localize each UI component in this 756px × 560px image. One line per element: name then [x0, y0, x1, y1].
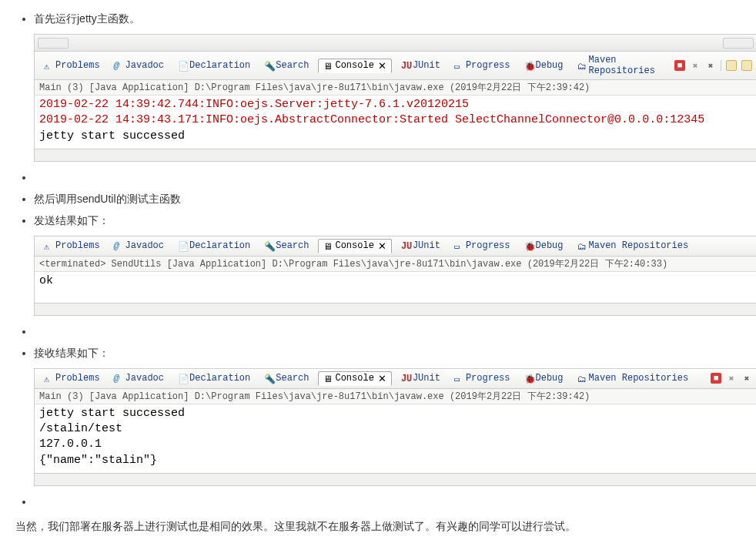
- bullet-list: 首先运行jetty主函数。 ⚠Problems @Javadoc 📄Declar…: [15, 12, 741, 508]
- search-icon: 🔦: [264, 374, 273, 383]
- horizontal-scrollbar[interactable]: [35, 473, 756, 485]
- console-line: 2019-02-22 14:39:43.171:INFO:oejs.Abstra…: [39, 113, 704, 126]
- tab-javadoc[interactable]: @Javadoc: [109, 372, 169, 384]
- console-line: 127.0.0.1: [39, 438, 102, 451]
- list-item: [34, 171, 741, 183]
- console-icon: 🖥: [323, 61, 333, 70]
- tab-label: Search: [276, 60, 309, 71]
- tab-debug[interactable]: 🐞Debug: [520, 372, 568, 384]
- pin-console-icon[interactable]: [741, 60, 752, 71]
- bullet-text: 首先运行jetty主函数。: [34, 12, 741, 26]
- console-output: 2019-02-22 14:39:42.744:INFO:oejs.Server…: [35, 96, 756, 149]
- tab-search[interactable]: 🔦Search: [259, 240, 313, 252]
- at-icon: @: [114, 241, 123, 250]
- repository-icon: 🗂: [577, 61, 587, 70]
- tab-label: Javadoc: [125, 240, 164, 251]
- list-item: 发送结果如下： ⚠Problems @Javadoc 📄Declaration …: [34, 214, 741, 316]
- tab-junit[interactable]: JUJUnit: [396, 59, 445, 72]
- tab-junit[interactable]: JUJUnit: [396, 240, 445, 252]
- progress-icon: ▭: [454, 374, 463, 383]
- footer-paragraph: 当然，我们部署在服务器上进行测试也是相同的效果。这里我就不在服务器上做测试了。有…: [15, 517, 741, 536]
- tab-declaration[interactable]: 📄Declaration: [173, 59, 255, 72]
- tab-label: Debug: [536, 373, 564, 384]
- remove-all-launches-icon[interactable]: ✖: [705, 60, 716, 71]
- terminate-button[interactable]: ■: [674, 60, 685, 71]
- tab-progress[interactable]: ▭Progress: [450, 59, 515, 72]
- remove-all-launches-icon[interactable]: ✖: [741, 373, 752, 384]
- repository-icon: 🗂: [577, 374, 587, 383]
- tab-maven[interactable]: 🗂Maven Repositories: [573, 372, 694, 384]
- tab-progress[interactable]: ▭Progress: [450, 372, 515, 384]
- bullet-text: 然后调用sendUtil的测试主函数: [34, 193, 741, 206]
- list-item: 首先运行jetty主函数。 ⚠Problems @Javadoc 📄Declar…: [34, 12, 741, 162]
- warning-icon: ⚠: [44, 374, 53, 383]
- tab-debug[interactable]: 🐞Debug: [520, 240, 568, 252]
- remove-launch-icon[interactable]: ✖: [690, 60, 701, 71]
- console-output: ok: [35, 272, 756, 303]
- tab-label: Declaration: [189, 240, 250, 251]
- tab-progress[interactable]: ▭Progress: [450, 240, 515, 252]
- bug-icon: 🐞: [524, 241, 534, 250]
- list-item: [34, 325, 741, 337]
- close-tab-icon[interactable]: ✕: [378, 240, 386, 252]
- view-tabbar: ⚠Problems @Javadoc 📄Declaration 🔦Search …: [35, 369, 756, 389]
- tab-problems[interactable]: ⚠Problems: [39, 59, 105, 72]
- tab-console[interactable]: 🖥Console✕: [318, 371, 391, 386]
- close-tab-icon[interactable]: ✕: [378, 373, 386, 384]
- warning-icon: ⚠: [44, 241, 53, 250]
- repository-icon: 🗂: [577, 241, 587, 250]
- tab-label: Search: [276, 373, 309, 384]
- at-icon: @: [114, 374, 123, 383]
- console-line: 2019-02-22 14:39:42.744:INFO:oejs.Server…: [39, 98, 469, 111]
- junit-icon: JU: [401, 61, 410, 70]
- tab-label: Search: [276, 240, 309, 251]
- list-item: 然后调用sendUtil的测试主函数: [34, 193, 741, 206]
- tab-label: JUnit: [413, 240, 440, 251]
- tab-label: Declaration: [189, 60, 250, 71]
- declaration-icon: 📄: [178, 374, 187, 383]
- scroll-lock-icon[interactable]: [726, 60, 737, 71]
- toolbar-right: ■ ✖ ✖: [711, 373, 752, 384]
- horizontal-scrollbar[interactable]: [35, 303, 756, 315]
- tab-label: Problems: [55, 240, 100, 251]
- tab-declaration[interactable]: 📄Declaration: [173, 240, 255, 252]
- tab-label: Declaration: [189, 373, 250, 384]
- tab-console[interactable]: 🖥Console✕: [318, 239, 391, 253]
- search-icon: 🔦: [264, 241, 273, 250]
- tab-junit[interactable]: JUJUnit: [396, 372, 445, 384]
- tab-maven[interactable]: 🗂Maven Repositories: [573, 240, 694, 252]
- console-icon: 🖥: [323, 241, 333, 250]
- tab-declaration[interactable]: 📄Declaration: [173, 372, 255, 384]
- tab-search[interactable]: 🔦Search: [259, 59, 313, 72]
- tab-maven[interactable]: 🗂Maven Repositories: [573, 54, 670, 77]
- tab-javadoc[interactable]: @Javadoc: [109, 240, 169, 252]
- tab-label: Maven Repositories: [589, 373, 689, 384]
- bullet-text: 发送结果如下：: [34, 214, 741, 228]
- progress-icon: ▭: [454, 61, 463, 70]
- terminate-button[interactable]: ■: [711, 373, 721, 384]
- tab-label: JUnit: [413, 373, 440, 384]
- horizontal-scrollbar[interactable]: [35, 149, 756, 161]
- launch-info: Main (3) [Java Application] D:\Program F…: [35, 80, 756, 96]
- launch-info: Main (3) [Java Application] D:\Program F…: [35, 389, 756, 404]
- tab-label: Console: [335, 373, 373, 384]
- bullet-text: 接收结果如下：: [34, 347, 741, 360]
- tab-console[interactable]: 🖥Console✕: [318, 59, 391, 73]
- console-icon: 🖥: [323, 374, 333, 383]
- tab-problems[interactable]: ⚠Problems: [39, 240, 105, 252]
- junit-icon: JU: [401, 374, 410, 383]
- close-tab-icon[interactable]: ✕: [378, 60, 386, 72]
- screenshot-panel-2: ⚠Problems @Javadoc 📄Declaration 🔦Search …: [34, 236, 756, 316]
- tab-debug[interactable]: 🐞Debug: [520, 59, 568, 72]
- console-line: jetty start successed: [39, 129, 185, 143]
- tab-label: Progress: [466, 373, 510, 384]
- view-tabbar: ⚠Problems @Javadoc 📄Declaration 🔦Search …: [35, 52, 756, 80]
- tab-problems[interactable]: ⚠Problems: [39, 372, 105, 384]
- separator: [721, 60, 721, 71]
- remove-launch-icon[interactable]: ✖: [726, 373, 737, 384]
- tab-search[interactable]: 🔦Search: [259, 372, 313, 384]
- declaration-icon: 📄: [178, 61, 187, 70]
- tab-label: Javadoc: [125, 373, 164, 384]
- list-item: 接收结果如下： ⚠Problems @Javadoc 📄Declaration …: [34, 347, 741, 486]
- tab-javadoc[interactable]: @Javadoc: [109, 59, 169, 72]
